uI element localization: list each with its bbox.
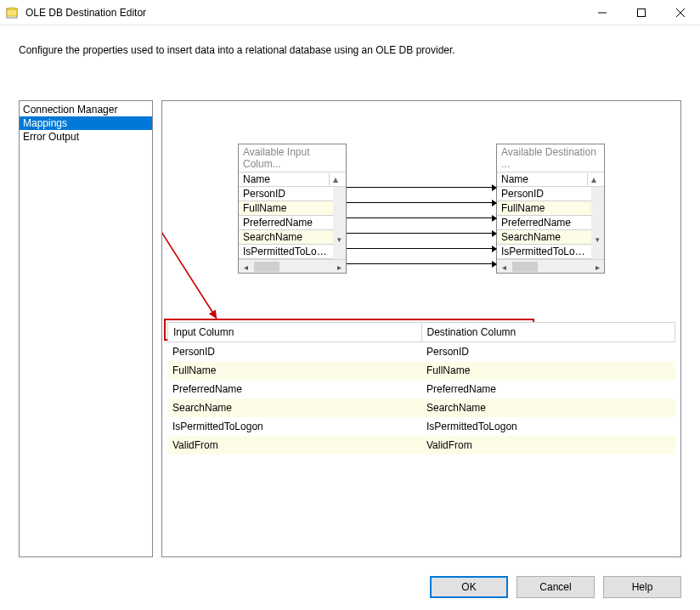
list-item[interactable]: SearchName xyxy=(239,230,333,245)
grid-row[interactable]: FullNameFullName xyxy=(167,361,675,380)
input-list-header-text: Name xyxy=(243,173,270,185)
list-item[interactable]: PersonID xyxy=(497,187,591,201)
list-item[interactable]: PersonID xyxy=(239,187,333,201)
minimize-button[interactable] xyxy=(583,0,622,25)
grid-header-dest[interactable]: Destination Column xyxy=(422,323,675,342)
mapping-line xyxy=(347,233,496,234)
list-item[interactable]: PreferredName xyxy=(497,216,591,230)
nav-mappings[interactable]: Mappings xyxy=(20,116,152,130)
input-list-header[interactable]: Name▴ xyxy=(239,172,346,187)
grid-cell[interactable]: PreferredName xyxy=(421,380,675,398)
list-item[interactable]: FullName xyxy=(497,201,591,216)
list-item[interactable]: PreferredName xyxy=(239,216,333,230)
grid-cell[interactable]: SearchName xyxy=(421,398,675,417)
scroll-up-icon[interactable]: ▴ xyxy=(587,173,600,185)
mapping-line xyxy=(347,187,496,188)
grid-cell[interactable]: FullName xyxy=(167,361,421,380)
mappings-grid[interactable]: Input Column Destination Column PersonID… xyxy=(167,322,675,455)
dest-list-header-text: Name xyxy=(501,173,528,185)
scroll-up-icon[interactable] xyxy=(333,187,346,200)
grid-cell[interactable]: SearchName xyxy=(167,398,421,417)
scroll-up-icon[interactable]: ▴ xyxy=(329,173,342,185)
dest-list-title: Available Destination ... xyxy=(497,144,604,172)
grid-row[interactable]: IsPermittedToLogonIsPermittedToLogon xyxy=(167,417,675,436)
dialog-footer: OK Cancel Help xyxy=(0,576,700,598)
scroll-right-icon[interactable]: ▸ xyxy=(332,260,346,274)
scrollbar-thumb[interactable] xyxy=(254,262,279,272)
horizontal-scrollbar[interactable]: ◂▸ xyxy=(239,259,346,273)
mapping-line xyxy=(347,217,496,218)
horizontal-scrollbar[interactable]: ◂▸ xyxy=(497,259,604,273)
vertical-scrollbar[interactable]: ▾ xyxy=(591,187,604,246)
mapping-lines xyxy=(347,180,496,265)
scroll-down-icon[interactable]: ▾ xyxy=(333,233,346,246)
mapping-line xyxy=(347,248,496,249)
editor-description: Configure the properties used to insert … xyxy=(0,25,700,56)
nav-error-output[interactable]: Error Output xyxy=(20,130,152,144)
ok-button[interactable]: OK xyxy=(430,576,508,598)
window-title: OLE DB Destination Editor xyxy=(25,7,146,19)
list-item[interactable]: IsPermittedToLogon xyxy=(497,245,591,259)
svg-rect-2 xyxy=(7,9,17,16)
grid-row[interactable]: PersonIDPersonID xyxy=(167,342,675,361)
grid-cell[interactable]: PersonID xyxy=(167,342,421,361)
available-input-columns[interactable]: Available Input Colum... Name▴ PersonID … xyxy=(238,144,347,274)
mapping-line xyxy=(347,263,496,264)
grid-cell[interactable]: IsPermittedToLogon xyxy=(421,417,675,436)
window-controls xyxy=(583,0,700,25)
nav-connection-manager[interactable]: Connection Manager xyxy=(20,103,152,116)
cancel-button[interactable]: Cancel xyxy=(517,576,595,598)
mapping-line xyxy=(347,202,496,203)
scroll-right-icon[interactable]: ▸ xyxy=(590,260,604,274)
list-item[interactable]: FullName xyxy=(239,201,333,216)
list-item[interactable]: IsPermittedToLogon xyxy=(239,245,333,259)
page-nav: Connection Manager Mappings Error Output xyxy=(19,100,153,557)
app-icon xyxy=(6,6,20,20)
grid-row[interactable]: ValidFromValidFrom xyxy=(167,436,675,455)
scroll-down-icon[interactable]: ▾ xyxy=(591,233,604,246)
grid-cell[interactable]: ValidFrom xyxy=(421,436,675,455)
scroll-left-icon[interactable]: ◂ xyxy=(239,260,252,274)
scroll-left-icon[interactable]: ◂ xyxy=(497,260,511,274)
vertical-scrollbar[interactable]: ▾ xyxy=(333,187,346,246)
grid-row[interactable]: PreferredNamePreferredName xyxy=(167,380,675,398)
mappings-panel: Available Input Colum... Name▴ PersonID … xyxy=(161,100,681,557)
svg-rect-4 xyxy=(638,8,646,16)
grid-cell[interactable]: ValidFrom xyxy=(167,436,421,455)
grid-cell[interactable]: FullName xyxy=(421,361,675,380)
help-button[interactable]: Help xyxy=(603,576,681,598)
scrollbar-thumb[interactable] xyxy=(512,262,538,272)
grid-header-input[interactable]: Input Column xyxy=(168,323,422,342)
input-list-title-text: Available Input Colum... xyxy=(243,146,342,170)
close-button[interactable] xyxy=(661,0,700,25)
grid-header[interactable]: Input Column Destination Column xyxy=(167,322,675,342)
available-destination-columns[interactable]: Available Destination ... Name▴ PersonID… xyxy=(496,144,605,274)
dest-list-header[interactable]: Name▴ xyxy=(497,172,604,187)
grid-cell[interactable]: IsPermittedToLogon xyxy=(167,417,421,436)
input-list-title: Available Input Colum... xyxy=(239,144,346,172)
titlebar: OLE DB Destination Editor xyxy=(0,0,700,25)
list-item[interactable]: SearchName xyxy=(497,230,591,245)
maximize-button[interactable] xyxy=(622,0,661,25)
dest-list-title-text: Available Destination ... xyxy=(501,146,600,170)
svg-line-7 xyxy=(162,132,217,319)
grid-cell[interactable]: PreferredName xyxy=(167,380,421,398)
scroll-up-icon[interactable] xyxy=(591,187,604,200)
grid-row[interactable]: SearchNameSearchName xyxy=(167,398,675,417)
grid-cell[interactable]: PersonID xyxy=(421,342,675,361)
